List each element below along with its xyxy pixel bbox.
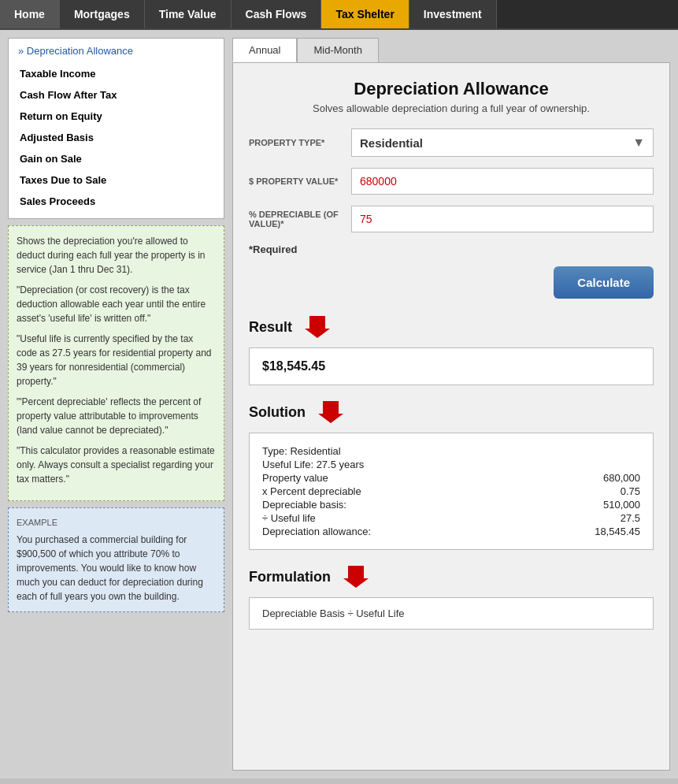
nav-tab-cashflows[interactable]: Cash Flows [232,0,322,28]
sol-label-3: x Percent depreciable [262,485,569,497]
sidebar-info-p3: "Useful life is currently specified by t… [17,332,216,388]
sol-value-0 [569,445,640,457]
sidebar-item-adjusted-basis[interactable]: Adjusted Basis [18,127,214,148]
depreciable-row: % DEPRECIABLE (OF VALUE)* [249,206,654,232]
sol-label-2: Property value [262,472,569,484]
nav-tab-taxshelter[interactable]: Tax Shelter [321,0,409,28]
formulation-title-row: Formulation [249,563,654,591]
solution-title-row: Solution [249,398,654,426]
sol-value-5: 27.5 [569,512,640,524]
card-title: Depreciation Allowance [249,79,654,99]
example-text: You purchased a commercial building for … [17,533,216,604]
formulation-title: Formulation [249,569,331,585]
sidebar-info-p5: "This calculator provides a reasonable e… [17,444,216,486]
calculate-btn-row: Calculate [249,266,654,299]
property-value-label: $ PROPERTY VALUE* [249,176,351,186]
solution-row-6: Depreciation allowance: 18,545.45 [262,525,640,538]
solution-row-2: Property value 680,000 [262,471,640,485]
sol-label-5: ÷ Useful life [262,512,569,524]
property-type-control: Residential ▼ [351,128,654,157]
sol-value-4: 510,000 [569,499,640,511]
solution-row-5: ÷ Useful life 27.5 [262,511,640,525]
sidebar-info-p1: Shows the depreciation you're allowed to… [17,234,216,277]
chevron-down-icon: ▼ [632,136,645,150]
nav-tab-investment[interactable]: Investment [409,0,497,28]
sidebar-menu-header: » Depreciation Allowance [18,45,214,57]
depreciable-control [351,206,654,232]
nav-bar: Home Mortgages Time Value Cash Flows Tax… [0,0,678,30]
depreciable-input[interactable] [351,206,654,232]
solution-arrow-icon [318,398,343,426]
sidebar-menu: » Depreciation Allowance Taxable Income … [8,38,224,219]
sol-value-1 [569,459,640,470]
sidebar-item-gain-sale[interactable]: Gain on Sale [18,148,214,169]
sidebar-item-cash-flow[interactable]: Cash Flow After Tax [18,84,214,106]
solution-row-4: Depreciable basis: 510,000 [262,498,640,511]
formulation-arrow-icon [343,563,369,591]
sidebar-example: EXAMPLE You purchased a commercial build… [8,507,224,612]
sidebar-item-taxable-income[interactable]: Taxable Income [18,63,214,84]
sol-value-2: 680,000 [569,472,640,484]
property-type-row: PROPERTY TYPE* Residential ▼ [249,128,654,157]
sol-label-1: Useful Life: 27.5 years [262,459,569,470]
solution-row-3: x Percent depreciable 0.75 [262,485,640,498]
nav-tab-mortgages[interactable]: Mortgages [60,0,145,28]
solution-title: Solution [249,404,306,421]
sidebar-info-p2: "Depreciation (or cost recovery) is the … [17,283,216,325]
sidebar: » Depreciation Allowance Taxable Income … [8,38,224,771]
required-note: *Required [249,243,654,255]
formulation-box: Depreciable Basis ÷ Useful Life [249,597,654,630]
result-title-row: Result [249,313,654,341]
result-arrow-icon [305,313,330,341]
sidebar-info: Shows the depreciation you're allowed to… [8,225,224,501]
tab-midmonth[interactable]: Mid-Month [297,38,378,62]
depreciable-label: % DEPRECIABLE (OF VALUE)* [249,210,351,229]
sidebar-item-sales-proceeds[interactable]: Sales Proceeds [18,191,214,212]
property-type-label: PROPERTY TYPE* [249,138,351,147]
sidebar-item-return-equity[interactable]: Return on Equity [18,106,214,127]
svg-marker-1 [318,401,343,423]
svg-marker-2 [343,566,369,588]
tab-annual[interactable]: Annual [232,38,297,62]
sol-value-3: 0.75 [569,485,640,497]
sol-value-6: 18,545.45 [569,526,640,537]
solution-box: Type: Residential Useful Life: 27.5 year… [249,433,654,550]
property-type-value: Residential [360,136,423,150]
result-box: $18,545.45 [249,347,654,385]
calculate-button[interactable]: Calculate [554,266,654,299]
tab-bar: Annual Mid-Month [232,38,670,62]
sol-label-6: Depreciation allowance: [262,526,569,537]
solution-row-0: Type: Residential [262,444,640,458]
nav-tab-timevalue[interactable]: Time Value [145,0,232,28]
main-layout: » Depreciation Allowance Taxable Income … [0,30,678,778]
property-value-control [351,168,654,195]
sol-label-0: Type: Residential [262,445,569,457]
card-subtitle: Solves allowable depreciation during a f… [249,102,654,114]
main-card: Depreciation Allowance Solves allowable … [232,62,670,771]
nav-tab-home[interactable]: Home [0,0,60,28]
property-value-input[interactable] [351,168,654,195]
sidebar-info-p4: "'Percent depreciable' reflects the perc… [17,395,216,437]
property-type-dropdown[interactable]: Residential ▼ [351,128,654,157]
svg-marker-0 [305,316,330,338]
sidebar-item-taxes-sale[interactable]: Taxes Due to Sale [18,169,214,191]
result-title: Result [249,319,292,336]
property-value-row: $ PROPERTY VALUE* [249,168,654,195]
content-area: Annual Mid-Month Depreciation Allowance … [232,38,670,771]
example-title: EXAMPLE [17,516,216,529]
solution-row-1: Useful Life: 27.5 years [262,458,640,471]
sol-label-4: Depreciable basis: [262,499,569,511]
